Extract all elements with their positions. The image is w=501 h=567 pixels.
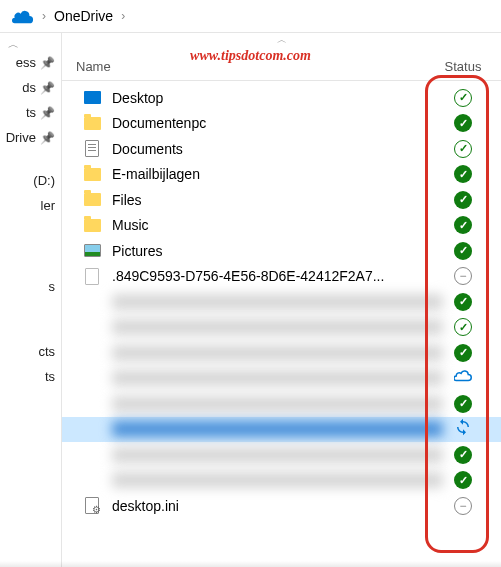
status-synced-icon: ✓ (454, 242, 472, 260)
pin-icon: 📌 (40, 56, 55, 70)
file-row[interactable]: hidden-3✓ (62, 340, 501, 366)
file-name: hidden-2 (112, 319, 443, 335)
sidebar-item-label: ts (26, 105, 36, 120)
status-cloud-icon (454, 367, 472, 389)
status-synced-icon: ✓ (454, 293, 472, 311)
scroll-up-icon[interactable]: ︿ (8, 37, 19, 52)
file-row[interactable]: hidden-5✓ (62, 391, 501, 417)
file-name: hidden-3 (112, 345, 443, 361)
picture-icon (84, 244, 101, 257)
sidebar-item-label: ts (45, 369, 55, 384)
sidebar-item[interactable]: ts📌 (0, 101, 61, 124)
pin-icon: 📌 (40, 81, 55, 95)
status-excluded-icon: − (454, 497, 472, 515)
onedrive-cloud-icon (12, 8, 34, 24)
file-row[interactable]: hidden-7✓ (62, 442, 501, 468)
file-row[interactable]: Pictures✓ (62, 238, 501, 264)
sidebar-item-label: ess (16, 55, 36, 70)
status-synced-icon: ✓ (454, 344, 472, 362)
sidebar-item-label: Drive (6, 130, 36, 145)
sidebar-item-label: cts (38, 344, 55, 359)
file-row[interactable]: Documentenpc✓ (62, 111, 501, 137)
file-row[interactable]: hidden-6 (62, 417, 501, 443)
sort-caret-icon[interactable]: ︿ (62, 33, 501, 49)
status-synced-icon: ✓ (454, 446, 472, 464)
sidebar-item[interactable]: ts (0, 365, 61, 388)
status-synced-icon: ✓ (454, 471, 472, 489)
file-name: Music (112, 217, 443, 233)
file-icon (85, 268, 99, 285)
folder-icon (84, 117, 101, 130)
file-name: hidden-4 (112, 370, 443, 386)
status-synced-icon: ✓ (454, 114, 472, 132)
status-excluded-icon: − (454, 267, 472, 285)
status-synced-icon: ✓ (454, 191, 472, 209)
file-name: Documentenpc (112, 115, 443, 131)
file-row[interactable]: Documents✓ (62, 136, 501, 162)
desktop-icon (84, 91, 101, 104)
breadcrumb[interactable]: › OneDrive › (0, 0, 501, 33)
sidebar-item[interactable]: cts (0, 340, 61, 363)
sidebar-item-label: s (49, 279, 56, 294)
pin-icon: 📌 (40, 106, 55, 120)
sidebar-item[interactable]: s (0, 275, 61, 298)
status-syncing-icon (454, 418, 472, 440)
sidebar-nav: ︿ ess📌ds📌ts📌Drive📌(D:)lersctsts (0, 33, 62, 567)
file-name: Files (112, 192, 443, 208)
breadcrumb-location[interactable]: OneDrive (54, 8, 113, 24)
file-row[interactable]: hidden-8✓ (62, 468, 501, 494)
file-name: desktop.ini (112, 498, 443, 514)
file-row[interactable]: E-mailbijlagen✓ (62, 162, 501, 188)
file-row[interactable]: hidden-2✓ (62, 315, 501, 341)
file-name: .849C9593-D756-4E56-8D6E-42412F2A7... (112, 268, 443, 284)
file-row[interactable]: desktop.ini− (62, 493, 501, 519)
file-row[interactable]: hidden-1✓ (62, 289, 501, 315)
status-synced-icon: ✓ (454, 395, 472, 413)
file-name: hidden-1 (112, 294, 443, 310)
sidebar-item-label: (D:) (33, 173, 55, 188)
status-available-icon: ✓ (454, 89, 472, 107)
pin-icon: 📌 (40, 131, 55, 145)
file-row[interactable]: hidden-4 (62, 366, 501, 392)
file-name: Documents (112, 141, 443, 157)
status-synced-icon: ✓ (454, 165, 472, 183)
settings-file-icon (85, 497, 99, 514)
document-icon (85, 140, 99, 157)
file-row[interactable]: .849C9593-D756-4E56-8D6E-42412F2A7...− (62, 264, 501, 290)
status-available-icon: ✓ (454, 318, 472, 336)
folder-icon (84, 193, 101, 206)
file-row[interactable]: Music✓ (62, 213, 501, 239)
file-name: E-mailbijlagen (112, 166, 443, 182)
sidebar-item[interactable]: ler (0, 194, 61, 217)
sidebar-item-label: ler (41, 198, 55, 213)
folder-icon (84, 168, 101, 181)
file-name: Pictures (112, 243, 443, 259)
status-available-icon: ✓ (454, 140, 472, 158)
column-header-status[interactable]: Status (439, 59, 487, 74)
file-name: Desktop (112, 90, 443, 106)
status-synced-icon: ✓ (454, 216, 472, 234)
chevron-right-icon: › (42, 9, 46, 23)
file-name: hidden-7 (112, 447, 443, 463)
sidebar-item[interactable]: ess📌 (0, 51, 61, 74)
sidebar-item[interactable]: Drive📌 (0, 126, 61, 149)
file-name: hidden-5 (112, 396, 443, 412)
file-name: hidden-8 (112, 472, 443, 488)
file-row[interactable]: Files✓ (62, 187, 501, 213)
sidebar-item[interactable]: (D:) (0, 169, 61, 192)
file-list: Desktop✓Documentenpc✓Documents✓E-mailbij… (62, 81, 501, 567)
watermark-text: www.tipsdotcom.com (190, 48, 311, 64)
sidebar-item-label: ds (22, 80, 36, 95)
file-row[interactable]: Desktop✓ (62, 85, 501, 111)
chevron-right-icon: › (121, 9, 125, 23)
sidebar-item[interactable]: ds📌 (0, 76, 61, 99)
folder-icon (84, 219, 101, 232)
file-view: ︿ Name Status Desktop✓Documentenpc✓Docum… (62, 33, 501, 567)
file-name: hidden-6 (112, 421, 443, 437)
